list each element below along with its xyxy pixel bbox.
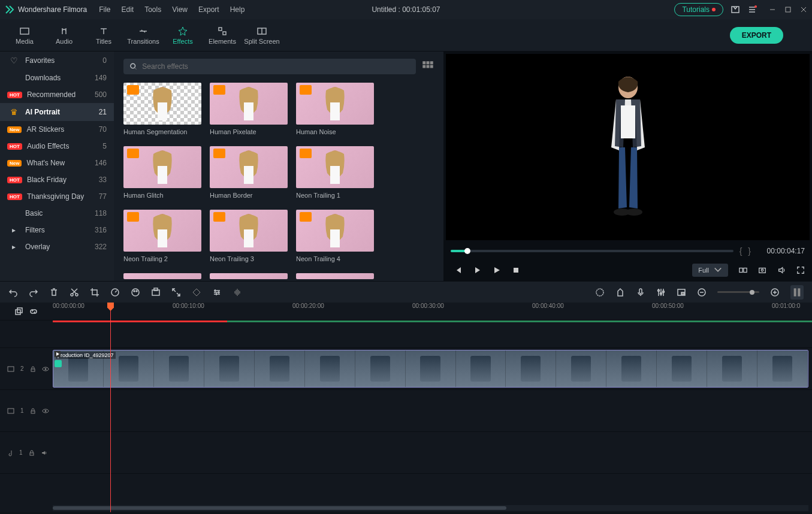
menu-help[interactable]: Help [230, 5, 245, 14]
sidebar-item-downloads[interactable]: Downloads149 [0, 69, 114, 86]
menu-file[interactable]: File [99, 5, 110, 14]
maximize-icon[interactable] [784, 6, 792, 13]
track-content[interactable] [53, 390, 812, 431]
minimize-icon[interactable] [769, 6, 776, 13]
search-box[interactable] [123, 59, 416, 74]
pip-icon[interactable] [677, 288, 686, 297]
sidebar-item-recommended[interactable]: HOTRecommended500 [0, 86, 114, 103]
track-content[interactable]: production ID_4929207 [53, 348, 812, 389]
crop-icon[interactable] [90, 288, 99, 297]
track-header[interactable]: 1 [0, 432, 53, 473]
detach-icon[interactable] [171, 288, 181, 297]
sidebar-item-favorites[interactable]: ♡Favorites0 [0, 52, 114, 69]
compare-icon[interactable] [739, 266, 747, 274]
fullscreen-icon[interactable] [796, 266, 805, 274]
sidebar-item-what's-new[interactable]: NewWhat's New146 [0, 155, 114, 171]
link-icon[interactable] [29, 307, 38, 316]
play-pause-icon[interactable] [473, 266, 482, 274]
menu-export[interactable]: Export [198, 5, 219, 14]
cut-icon[interactable] [70, 288, 79, 297]
playhead[interactable] [110, 303, 111, 512]
tab-audio[interactable]: Audio [44, 19, 84, 51]
close-icon[interactable] [800, 6, 807, 13]
redo-icon[interactable] [29, 288, 38, 297]
marker-icon[interactable] [615, 288, 625, 297]
render-icon[interactable] [595, 288, 605, 297]
speaker-icon[interactable] [41, 450, 48, 456]
adjust-icon[interactable] [212, 288, 222, 297]
zoom-in-icon[interactable] [770, 288, 780, 297]
track-header[interactable] [0, 324, 53, 347]
mixer-icon[interactable] [656, 288, 666, 297]
export-button[interactable]: EXPORT [730, 27, 783, 44]
sidebar-item-ar-stickers[interactable]: NewAR Stickers70 [0, 121, 114, 138]
green-screen-icon[interactable] [151, 288, 161, 297]
grid-view-icon[interactable] [422, 61, 434, 72]
timeline-pause-button[interactable] [790, 285, 804, 300]
tab-elements[interactable]: Elements [203, 19, 242, 51]
sidebar-item-overlay[interactable]: ▸Overlay322 [0, 238, 114, 255]
tasks-icon[interactable] [747, 5, 757, 14]
search-input[interactable] [142, 62, 410, 71]
message-icon[interactable] [731, 5, 740, 14]
eye-icon[interactable] [42, 408, 49, 414]
scrub-track[interactable] [451, 250, 733, 252]
effect-human-pixelate[interactable]: Human Pixelate [210, 83, 288, 135]
undo-icon[interactable] [8, 288, 18, 297]
sidebar-item-audio-effects[interactable]: HOTAudio Effects5 [0, 138, 114, 155]
tab-media[interactable]: Media [5, 19, 44, 51]
preview-viewport[interactable] [446, 54, 810, 240]
video-clip[interactable]: production ID_4929207 [53, 350, 808, 388]
menu-edit[interactable]: Edit [122, 5, 134, 14]
tab-split-screen[interactable]: Split Screen [242, 19, 282, 51]
voiceover-icon[interactable] [636, 288, 645, 297]
track-header[interactable]: 2 [0, 348, 53, 389]
delete-icon[interactable] [49, 288, 59, 297]
effect-human-border[interactable]: Human Border [210, 146, 288, 199]
snapshot-icon[interactable] [758, 266, 766, 274]
mark-out-icon[interactable]: } [748, 246, 751, 256]
tab-transitions[interactable]: Transitions [123, 19, 163, 51]
volume-icon[interactable] [777, 266, 786, 274]
color-icon[interactable] [131, 288, 140, 297]
track-content[interactable] [53, 324, 812, 347]
timeline-ruler[interactable]: 00:00:00:0000:00:10:0000:00:20:0000:00:3… [53, 303, 812, 320]
tab-effects[interactable]: Effects [163, 19, 203, 51]
menu-tools[interactable]: Tools [144, 5, 161, 14]
track-header[interactable]: 1 [0, 390, 53, 431]
effect-neon-trailing-4[interactable]: Neon Trailing 4 [296, 210, 374, 262]
eye-icon[interactable] [42, 366, 49, 372]
effect-human-segmentation[interactable]: Human Segmentation [123, 83, 201, 135]
sidebar-item-filters[interactable]: ▸Filters316 [0, 222, 114, 238]
lock-icon[interactable] [30, 408, 36, 414]
stop-icon[interactable] [512, 266, 520, 274]
lock-icon[interactable] [30, 366, 36, 372]
zoom-out-icon[interactable] [697, 288, 707, 297]
svg-rect-9 [427, 61, 430, 64]
speed-icon[interactable] [110, 288, 120, 297]
effect-neon-trailing-2[interactable]: Neon Trailing 2 [123, 210, 201, 262]
zoom-slider[interactable] [717, 291, 759, 293]
effect-human-glitch[interactable]: Human Glitch [123, 146, 201, 199]
mark-in-icon[interactable]: { [739, 246, 742, 256]
scrub-handle[interactable] [464, 248, 470, 254]
timeline-scrollbar[interactable] [53, 505, 808, 511]
effect-human-noise[interactable]: Human Noise [296, 83, 374, 135]
tab-titles[interactable]: Titles [84, 19, 123, 51]
lock-icon[interactable] [29, 450, 35, 456]
sidebar-item-basic[interactable]: Basic118 [0, 205, 114, 222]
keyframe-icon[interactable] [192, 288, 201, 297]
menu-view[interactable]: View [172, 5, 188, 14]
sidebar-item-thanksgiving-day[interactable]: HOTThanksgiving Day77 [0, 188, 114, 205]
effect-neon-trailing-3[interactable]: Neon Trailing 3 [210, 210, 288, 262]
sidebar-item-black-friday[interactable]: HOTBlack Friday33 [0, 171, 114, 188]
effect-neon-trailing-1[interactable]: Neon Trailing 1 [296, 146, 374, 199]
play-icon[interactable] [493, 266, 501, 274]
audio-wave-icon[interactable] [233, 288, 242, 297]
prev-frame-icon[interactable] [454, 266, 463, 274]
tutorials-button[interactable]: Tutorials [674, 3, 723, 16]
quality-select[interactable]: Full [692, 264, 728, 277]
sidebar-item-ai-portrait[interactable]: ♛AI Portrait21 [0, 103, 114, 121]
track-content[interactable] [53, 432, 812, 473]
duplicate-icon[interactable] [15, 307, 23, 316]
